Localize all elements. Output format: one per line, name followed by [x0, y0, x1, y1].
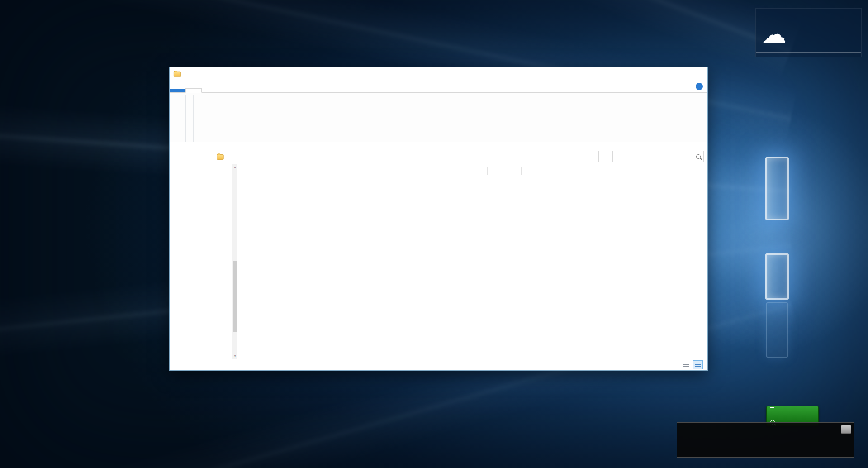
- wallpaper-window-pane: [765, 253, 789, 300]
- details-view-button[interactable]: [693, 360, 703, 369]
- search-input[interactable]: [616, 153, 696, 160]
- ribbon-group-clipboard: [172, 95, 180, 142]
- address-bar[interactable]: [213, 151, 599, 162]
- search-box[interactable]: [612, 151, 704, 162]
- column-header-size[interactable]: [488, 167, 522, 175]
- wallpaper-window-pane: [765, 157, 789, 220]
- ribbon-group-label: [196, 139, 198, 142]
- column-header-date[interactable]: [376, 167, 432, 175]
- maximize-button[interactable]: [666, 67, 687, 81]
- title-bar[interactable]: [170, 67, 707, 81]
- column-header-name[interactable]: [237, 167, 376, 175]
- window-controls: [645, 67, 707, 81]
- scroll-up-icon[interactable]: ∧: [234, 164, 236, 171]
- snow-cloud-icon: ☁: [761, 21, 797, 49]
- ribbon-group-label: [189, 139, 190, 142]
- tab-home[interactable]: [185, 88, 202, 93]
- tab-share[interactable]: [202, 89, 217, 92]
- quick-access-toolbar-row: [170, 142, 707, 149]
- ribbon-tabs: [170, 81, 707, 92]
- folder-icon: [217, 154, 223, 160]
- weather-widget[interactable]: ☁: [755, 8, 862, 57]
- folder-icon: [174, 72, 181, 77]
- navigation-pane: ∧ ∨: [170, 164, 237, 359]
- scroll-down-icon[interactable]: ∨: [234, 353, 236, 359]
- notification-close-icon[interactable]: [841, 425, 851, 434]
- close-button[interactable]: [687, 67, 707, 81]
- list-view-icon: [683, 363, 689, 367]
- ribbon: [170, 92, 707, 142]
- list-view-button[interactable]: [681, 360, 691, 369]
- ribbon-group-label: [175, 139, 177, 142]
- ribbon-group-organize: [180, 95, 186, 142]
- weather-date-line: [761, 13, 856, 20]
- ribbon-group-new: [186, 95, 194, 142]
- address-toolbar: [170, 149, 707, 164]
- file-list: [237, 164, 707, 359]
- tab-view[interactable]: [217, 89, 232, 92]
- sidebar-scrollbar[interactable]: ∧ ∨: [232, 164, 237, 359]
- ribbon-group-open: [194, 95, 201, 142]
- help-icon[interactable]: [696, 83, 703, 90]
- tab-file[interactable]: [170, 89, 185, 92]
- minimize-button[interactable]: [645, 67, 666, 81]
- ribbon-group-select: [201, 95, 209, 142]
- status-bar: [170, 359, 707, 370]
- column-headers: [237, 165, 707, 177]
- ribbon-group-label: [204, 139, 206, 142]
- search-icon[interactable]: [696, 154, 701, 159]
- explorer-window: ∧ ∨: [169, 67, 708, 371]
- wallpaper-window-pane: [766, 302, 788, 358]
- details-view-icon: [695, 363, 701, 367]
- lottery-banner[interactable]: [756, 52, 861, 57]
- scrollbar-thumb[interactable]: [233, 261, 237, 332]
- column-header-type[interactable]: [432, 167, 488, 175]
- ime-name[interactable]: [770, 407, 774, 408]
- geforce-notification[interactable]: [677, 422, 854, 458]
